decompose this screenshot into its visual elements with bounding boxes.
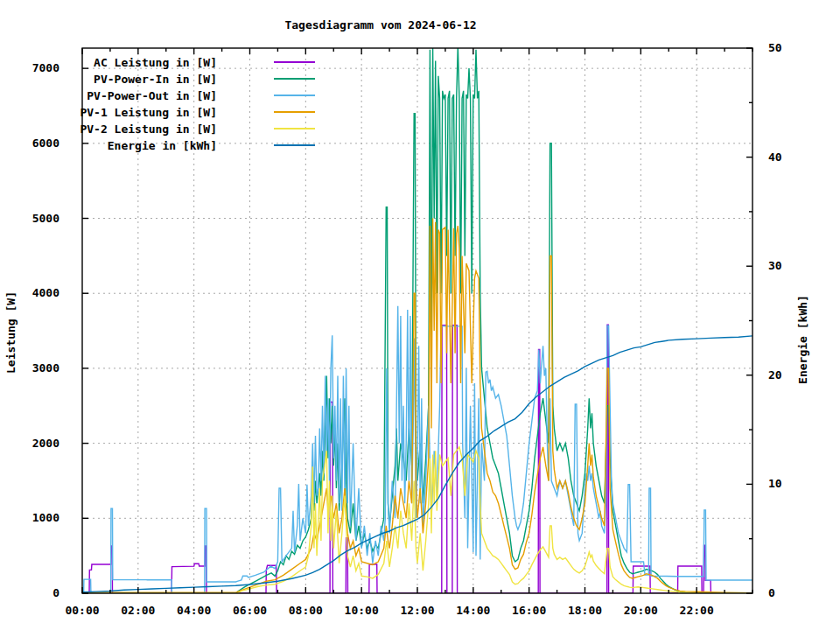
x-tick-label: 14:00 bbox=[456, 604, 490, 617]
legend: AC Leistung in [W]PV-Power-In in [W]PV-P… bbox=[80, 56, 315, 152]
y-axis-label-right: Energie [kWh] bbox=[796, 295, 809, 384]
legend-item-pv-1-leistung: PV-1 Leistung in [W] bbox=[80, 106, 315, 119]
legend-item-ac-leistung: AC Leistung in [W] bbox=[94, 56, 315, 69]
series-pv-power-out bbox=[82, 306, 752, 593]
legend-label: Energie in [kWh] bbox=[108, 139, 217, 152]
y-left-tick-label: 5000 bbox=[32, 212, 60, 225]
x-tick-label: 04:00 bbox=[177, 604, 211, 617]
y-left-tick-label: 7000 bbox=[32, 61, 60, 74]
x-tick-label: 00:00 bbox=[65, 604, 99, 617]
x-tick-label: 16:00 bbox=[512, 604, 546, 617]
x-tick-label: 12:00 bbox=[400, 604, 434, 617]
y-left-tick-label: 0 bbox=[52, 586, 60, 599]
y-right-tick-label: 40 bbox=[768, 150, 782, 164]
legend-label: PV-Power-Out in [W] bbox=[87, 89, 217, 102]
x-tick-label: 10:00 bbox=[345, 604, 379, 617]
x-tick-label: 18:00 bbox=[568, 604, 602, 617]
x-tick-label: 22:00 bbox=[680, 604, 714, 617]
x-tick-label: 06:00 bbox=[233, 604, 267, 617]
y-left-tick-label: 1000 bbox=[32, 511, 60, 524]
legend-label: PV-1 Leistung in [W] bbox=[80, 106, 217, 119]
legend-label: AC Leistung in [W] bbox=[94, 56, 217, 69]
tagesdiagramm-chart-page: 00:0002:0004:0006:0008:0010:0012:0014:00… bbox=[0, 0, 840, 630]
x-tick-label: 08:00 bbox=[289, 604, 323, 617]
y-right-tick-label: 10 bbox=[768, 477, 782, 490]
legend-item-pv-power-out: PV-Power-Out in [W] bbox=[87, 89, 315, 102]
legend-label: PV-Power-In in [W] bbox=[94, 73, 217, 86]
x-tick-label: 02:00 bbox=[121, 604, 155, 617]
legend-item-pv-2-leistung: PV-2 Leistung in [W] bbox=[80, 122, 315, 136]
y-right-tick-label: 20 bbox=[768, 368, 782, 382]
legend-item-pv-power-in: PV-Power-In in [W] bbox=[94, 73, 315, 86]
y-right-tick-label: 30 bbox=[768, 259, 782, 272]
chart-title: Tagesdiagramm vom 2024-06-12 bbox=[284, 18, 476, 32]
y-right-tick-label: 0 bbox=[768, 586, 775, 599]
y-left-tick-label: 6000 bbox=[32, 136, 60, 150]
y-left-tick-label: 3000 bbox=[32, 361, 60, 374]
y-left-tick-label: 4000 bbox=[32, 286, 60, 299]
x-tick-label: 20:00 bbox=[624, 604, 658, 617]
y-right-tick-label: 50 bbox=[768, 41, 782, 54]
y-axis-label-left: Leistung [W] bbox=[4, 291, 18, 374]
y-left-tick-label: 2000 bbox=[32, 437, 60, 450]
legend-label: PV-2 Leistung in [W] bbox=[80, 122, 217, 136]
chart-svg: 00:0002:0004:0006:0008:0010:0012:0014:00… bbox=[0, 0, 840, 630]
legend-item-energie: Energie in [kWh] bbox=[108, 139, 315, 152]
